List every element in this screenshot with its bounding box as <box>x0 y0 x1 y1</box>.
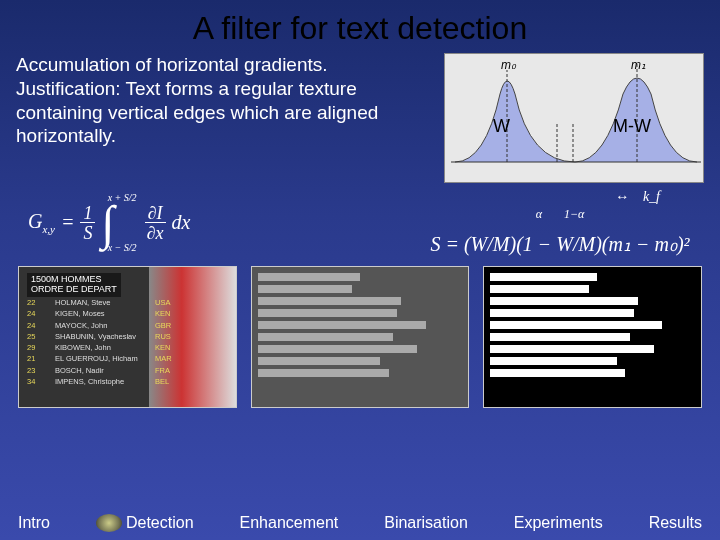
video-header: 1500M HOMMES ORDRE DE DEPART <box>27 273 121 297</box>
binary-image-panel <box>483 266 702 408</box>
list-item: 21EL GUERROUJ, HichamMAR <box>27 353 175 364</box>
G-symbol: Gx,y <box>28 210 55 235</box>
int-upper: x + S/2 <box>108 193 137 203</box>
kf-row: ↔ k_f <box>420 189 700 205</box>
label-MW: M-W <box>613 116 651 137</box>
otsu-criterion-formula: S = (W/M)(1 − W/M)(m₁ − m₀)² <box>420 232 700 256</box>
nav-results[interactable]: Results <box>649 514 702 532</box>
list-item: 24MAYOCK, JohnGBR <box>27 320 175 331</box>
label-alpha: α <box>536 207 542 222</box>
alpha-row: α 1−α <box>420 207 700 222</box>
otsu-diagram: m₀ m₁ W M-W <box>444 53 704 183</box>
list-item: 23BOSCH, NadirFRA <box>27 365 175 376</box>
athlete-list: 22HOLMAN, SteveUSA24KIGEN, MosesKEN24MAY… <box>27 297 175 387</box>
source-image-panel: 1500M HOMMES ORDRE DE DEPART 22HOLMAN, S… <box>18 266 237 408</box>
binary-stripes <box>490 273 695 377</box>
slide-title: A filter for text detection <box>0 0 720 53</box>
formula-row: Gx,y = 1 S ∫ x + S/2 x − S/2 ∂I ∂x dx ↔ … <box>0 183 720 258</box>
label-m0: m₀ <box>501 58 516 72</box>
nav-experiments[interactable]: Experiments <box>514 514 603 532</box>
label-kf: k_f <box>643 189 660 205</box>
label-W: W <box>493 116 510 137</box>
gradient-image-panel <box>251 266 470 408</box>
formula-right-area: ↔ k_f α 1−α S = (W/M)(1 − W/M)(m₁ − m₀)² <box>420 189 700 256</box>
equals: = <box>61 211 75 234</box>
eye-icon <box>96 514 122 532</box>
gradient-stripes <box>258 273 463 377</box>
list-item: 29KIBOWEN, JohnKEN <box>27 342 175 353</box>
images-row: 1500M HOMMES ORDRE DE DEPART 22HOLMAN, S… <box>0 258 720 408</box>
frac-1-over-S: 1 S <box>80 204 95 242</box>
frac-dI-dx: ∂I ∂x <box>145 204 166 242</box>
list-item: 24KIGEN, MosesKEN <box>27 308 175 319</box>
nav-intro[interactable]: Intro <box>18 514 50 532</box>
nav-detection[interactable]: Detection <box>96 514 194 532</box>
integral-icon: ∫ x + S/2 x − S/2 <box>101 199 114 247</box>
label-m1: m₁ <box>631 58 646 72</box>
top-content: Accumulation of horizontal gradients. Ju… <box>0 53 720 183</box>
dx: dx <box>172 211 191 234</box>
intro-paragraph: Accumulation of horizontal gradients. Ju… <box>16 53 396 183</box>
int-lower: x − S/2 <box>108 243 137 253</box>
nav-enhancement[interactable]: Enhancement <box>240 514 339 532</box>
nav-row: Intro Detection Enhancement Binarisation… <box>0 514 720 532</box>
gradient-formula: Gx,y = 1 S ∫ x + S/2 x − S/2 ∂I ∂x dx <box>28 199 190 247</box>
list-item: 25SHABUNIN, VyacheslavRUS <box>27 331 175 342</box>
list-item: 22HOLMAN, SteveUSA <box>27 297 175 308</box>
gaussian-curves-icon <box>445 54 705 184</box>
list-item: 34IMPENS, ChristopheBEL <box>27 376 175 387</box>
nav-binarisation[interactable]: Binarisation <box>384 514 468 532</box>
label-one-minus-alpha: 1−α <box>564 207 584 222</box>
